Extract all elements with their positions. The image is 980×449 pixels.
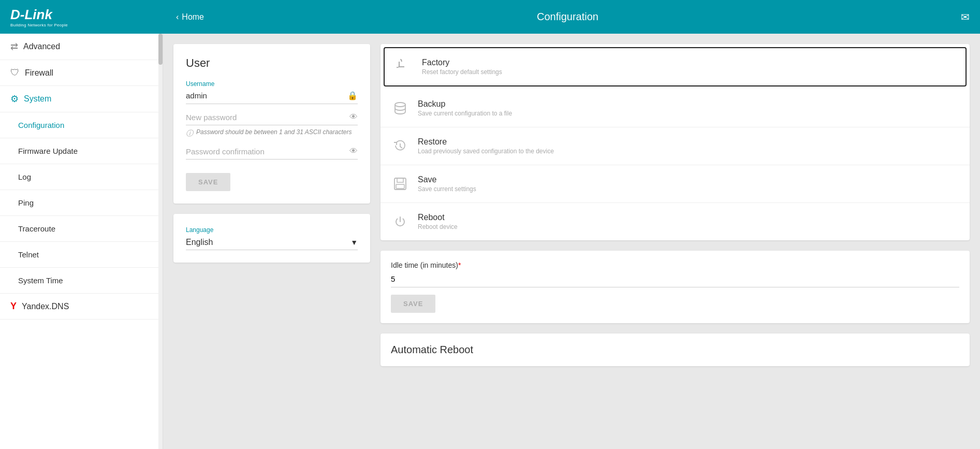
home-link[interactable]: Home bbox=[182, 12, 204, 22]
refresh-svg bbox=[397, 59, 412, 75]
backup-subtitle: Save current configuration to a file bbox=[418, 110, 512, 117]
brand-name: D-Link bbox=[10, 7, 68, 23]
language-card: Language English Russian German French S… bbox=[173, 214, 370, 263]
factory-icon bbox=[395, 57, 414, 76]
restore-subtitle: Load previously saved configuration to t… bbox=[418, 148, 554, 155]
save-action-icon bbox=[391, 175, 409, 193]
action-item-factory[interactable]: Factory Reset factory default settings bbox=[384, 47, 967, 86]
reboot-text: Reboot Reboot device bbox=[418, 213, 458, 230]
chevron-down-icon: ▼ bbox=[350, 238, 358, 247]
backup-text: Backup Save current configuration to a f… bbox=[418, 99, 512, 117]
firewall-icon: 🛡 bbox=[10, 67, 20, 78]
sidebar-item-label: Advanced bbox=[23, 42, 60, 51]
left-panel: User Username 🔒 👁 ⓘ Password s bbox=[173, 44, 370, 439]
confirm-password-field: 👁 bbox=[186, 147, 358, 160]
new-password-input[interactable] bbox=[186, 113, 349, 122]
sidebar-item-firewall[interactable]: 🛡 Firewall bbox=[0, 60, 163, 86]
username-label: Username bbox=[186, 80, 358, 88]
username-input[interactable] bbox=[186, 91, 347, 100]
history-svg bbox=[392, 138, 408, 154]
sidebar-item-ping[interactable]: Ping bbox=[0, 190, 163, 216]
sidebar-item-firmware-update[interactable]: Firmware Update bbox=[0, 138, 163, 164]
factory-title: Factory bbox=[422, 58, 502, 67]
svg-point-0 bbox=[395, 103, 405, 107]
brand-tagline: Building Networks for People bbox=[10, 23, 68, 27]
user-save-button[interactable]: SAVE bbox=[186, 173, 230, 191]
floppy-svg bbox=[392, 176, 408, 192]
restore-title: Restore bbox=[418, 137, 554, 147]
confirm-password-wrapper: 👁 bbox=[186, 147, 358, 160]
user-card: User Username 🔒 👁 ⓘ Password s bbox=[173, 44, 370, 204]
svg-rect-3 bbox=[396, 184, 404, 189]
sidebar-item-label: Firmware Update bbox=[18, 147, 78, 155]
back-arrow-icon: ‹ bbox=[176, 12, 179, 22]
sidebar: ⇄ Advanced 🛡 Firewall ⚙ System Configura… bbox=[0, 34, 163, 449]
restore-text: Restore Load previously saved configurat… bbox=[418, 137, 554, 155]
reboot-icon bbox=[391, 212, 409, 231]
lock-icon: 🔒 bbox=[347, 91, 358, 100]
sidebar-item-label: System Time bbox=[18, 276, 63, 285]
idle-time-input[interactable] bbox=[391, 274, 422, 283]
sidebar-item-label: Ping bbox=[18, 198, 34, 207]
sidebar-item-advanced[interactable]: ⇄ Advanced bbox=[0, 34, 163, 60]
new-password-field: 👁 ⓘ Password should be between 1 and 31 … bbox=[186, 112, 358, 138]
sidebar-item-log[interactable]: Log bbox=[0, 164, 163, 190]
save-action-title: Save bbox=[418, 175, 476, 184]
idle-time-card: Idle time (in minutes)* SAVE bbox=[381, 251, 970, 323]
eye-icon[interactable]: 👁 bbox=[349, 112, 358, 122]
user-card-title: User bbox=[186, 56, 358, 70]
required-marker: * bbox=[458, 261, 461, 269]
sidebar-item-system[interactable]: ⚙ System bbox=[0, 86, 163, 112]
save-action-subtitle: Save current settings bbox=[418, 185, 476, 193]
page-title: Configuration bbox=[166, 11, 970, 23]
username-field: Username 🔒 bbox=[186, 80, 358, 104]
eye-confirm-icon[interactable]: 👁 bbox=[349, 147, 358, 156]
scrollbar-track bbox=[158, 34, 163, 449]
factory-text: Factory Reset factory default settings bbox=[422, 58, 502, 76]
idle-time-label: Idle time (in minutes)* bbox=[391, 261, 959, 269]
svg-rect-2 bbox=[397, 178, 403, 182]
power-svg bbox=[392, 214, 408, 229]
sidebar-item-traceroute[interactable]: Traceroute bbox=[0, 216, 163, 242]
hint-text: Password should be between 1 and 31 ASCI… bbox=[196, 128, 352, 136]
sidebar-item-yandex-dns[interactable]: Y Yandex.DNS bbox=[0, 294, 163, 320]
content-area: User Username 🔒 👁 ⓘ Password s bbox=[163, 34, 980, 449]
database-svg bbox=[392, 100, 408, 116]
sidebar-item-label: Firewall bbox=[25, 68, 53, 78]
password-hint: ⓘ Password should be between 1 and 31 AS… bbox=[186, 128, 358, 138]
sidebar-item-label: Log bbox=[18, 172, 31, 181]
username-input-wrapper: 🔒 bbox=[186, 91, 358, 104]
language-select[interactable]: English Russian German French Spanish bbox=[186, 238, 350, 247]
idle-save-button[interactable]: SAVE bbox=[391, 295, 435, 313]
confirm-password-input[interactable] bbox=[186, 147, 349, 156]
action-item-reboot[interactable]: Reboot Reboot device bbox=[381, 203, 970, 240]
sidebar-item-label: Yandex.DNS bbox=[22, 302, 69, 311]
backup-title: Backup bbox=[418, 99, 512, 109]
logo-area: D-Link Building Networks for People bbox=[10, 7, 166, 27]
app-header: D-Link Building Networks for People ‹ Ho… bbox=[0, 0, 980, 34]
language-select-wrapper: English Russian German French Spanish ▼ bbox=[186, 238, 358, 250]
mail-icon[interactable]: ✉ bbox=[961, 11, 970, 23]
right-panel: Factory Reset factory default settings bbox=[381, 44, 970, 439]
idle-input-wrapper bbox=[391, 274, 959, 287]
sidebar-item-label: Configuration bbox=[18, 121, 64, 129]
home-nav[interactable]: ‹ Home bbox=[176, 12, 204, 22]
system-icon: ⚙ bbox=[10, 93, 19, 105]
dlink-logo: D-Link Building Networks for People bbox=[10, 7, 68, 27]
auto-reboot-card: Automatic Reboot bbox=[381, 334, 970, 366]
sidebar-item-system-time[interactable]: System Time bbox=[0, 268, 163, 294]
save-action-text: Save Save current settings bbox=[418, 175, 476, 193]
auto-reboot-title: Automatic Reboot bbox=[391, 344, 959, 356]
scrollbar-thumb[interactable] bbox=[158, 34, 163, 65]
new-password-wrapper: 👁 bbox=[186, 112, 358, 125]
factory-subtitle: Reset factory default settings bbox=[422, 68, 502, 76]
reboot-subtitle: Reboot device bbox=[418, 223, 458, 230]
sidebar-item-label: Traceroute bbox=[18, 224, 55, 233]
action-item-restore[interactable]: Restore Load previously saved configurat… bbox=[381, 127, 970, 165]
sidebar-item-telnet[interactable]: Telnet bbox=[0, 242, 163, 268]
action-item-backup[interactable]: Backup Save current configuration to a f… bbox=[381, 90, 970, 127]
yandex-icon: Y bbox=[10, 301, 17, 312]
idle-time-text: Idle time (in minutes) bbox=[391, 261, 458, 269]
sidebar-item-configuration[interactable]: Configuration bbox=[0, 112, 163, 138]
action-item-save[interactable]: Save Save current settings bbox=[381, 165, 970, 203]
